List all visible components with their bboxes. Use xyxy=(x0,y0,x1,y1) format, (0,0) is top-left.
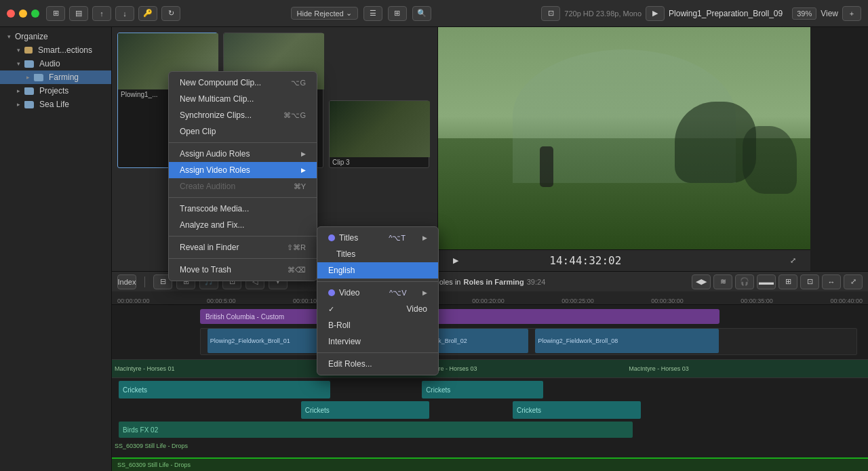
top-bar-left-icons: ⊞ ▤ ↑ ↓ 🔑 ↻ xyxy=(46,6,180,21)
assign-audio-roles-label: Assign Audio Roles xyxy=(180,149,250,159)
sidebar: ▾ Organize ▾ Smart...ections ▾ Audio ▸ F… xyxy=(0,27,112,471)
submenu-titles-parent[interactable]: Titles ^⌥T xyxy=(317,230,438,246)
download-icon[interactable]: ↓ xyxy=(115,6,134,21)
sidebar-item-label: Smart...ections xyxy=(38,45,92,55)
menu-new-compound-clip[interactable]: New Compound Clip... ⌥G xyxy=(169,75,317,91)
menu-analyze-fix[interactable]: Analyze and Fix... xyxy=(169,217,317,233)
library-icon[interactable]: ⊞ xyxy=(46,6,65,21)
sidebar-item-smart-collections[interactable]: ▾ Smart...ections xyxy=(0,43,111,57)
track-label: British Columbia - Custom xyxy=(205,313,284,321)
folder-icon xyxy=(24,60,34,68)
track-broll-3[interactable]: Plowing2_Fieldwork_Broll_08 xyxy=(535,329,719,353)
separator-1 xyxy=(169,142,317,143)
track-crickets-2[interactable]: Crickets xyxy=(422,381,542,398)
grid-view-icon[interactable]: ⊞ xyxy=(388,6,407,21)
monitor-icon[interactable]: ⊡ xyxy=(541,6,560,21)
sidebar-item-organize[interactable]: ▾ Organize xyxy=(0,30,111,43)
share-icon[interactable]: ↑ xyxy=(92,6,111,21)
timeline-icon-4[interactable]: ▬▬ xyxy=(757,274,776,289)
timecode: 14:44:32:02 xyxy=(549,254,621,267)
hide-rejected-btn[interactable]: Hide Rejected ⌄ xyxy=(291,7,358,20)
drops-label: SS_60309 Still Life - Drops xyxy=(112,441,191,451)
fullscreen-preview-icon[interactable]: ⤢ xyxy=(783,253,802,268)
timeline-icon-1[interactable]: ◀▶ xyxy=(692,274,711,289)
track-british-columbia[interactable]: British Columbia - Custom xyxy=(200,309,857,324)
submenu-video-checked[interactable]: Video xyxy=(317,301,438,317)
add-panel-icon[interactable]: + xyxy=(842,6,861,21)
folder-icon xyxy=(24,87,34,95)
traffic-lights xyxy=(7,9,39,18)
clip-image-3 xyxy=(330,101,430,157)
sidebar-item-projects[interactable]: ▸ Projects xyxy=(0,84,111,98)
sidebar-item-farming[interactable]: ▸ Farming xyxy=(0,70,111,84)
sidebar-item-label: Organize xyxy=(15,32,48,41)
submenu-interview[interactable]: Interview xyxy=(317,333,438,350)
folder-icon xyxy=(34,74,43,81)
menu-assign-audio-roles[interactable]: Assign Audio Roles xyxy=(169,146,317,162)
sidebar-item-audio[interactable]: ▾ Audio xyxy=(0,57,111,70)
timeline-icon-5[interactable]: ⊞ xyxy=(778,274,797,289)
menu-assign-video-roles[interactable]: Assign Video Roles Titles ^⌥T Titles Eng… xyxy=(169,162,317,178)
track-birds-fx[interactable]: Birds FX 02 xyxy=(119,422,633,438)
clip-appearance-icon[interactable]: ▤ xyxy=(69,6,88,21)
timeline-icon-7[interactable]: ↔ xyxy=(822,274,841,289)
sidebar-section-organize: ▾ Organize ▾ Smart...ections ▾ Audio ▸ F… xyxy=(0,27,111,114)
sync-icon[interactable]: ↻ xyxy=(161,6,180,21)
video-format: 720p HD 23.98p, Mono xyxy=(564,9,642,18)
drops-track-bar[interactable]: SS_60309 Still Life - Drops xyxy=(112,457,868,471)
submenu-b-roll[interactable]: B-Roll xyxy=(317,317,438,333)
sidebar-item-label: Farming xyxy=(49,73,79,82)
clip-name: Plowing1_Preparation_Broll_09 xyxy=(669,9,783,18)
list-view-icon[interactable]: ☰ xyxy=(363,6,382,21)
fullscreen-button[interactable] xyxy=(31,9,39,18)
sidebar-item-sea-life[interactable]: ▸ Sea Life xyxy=(0,98,111,111)
timeline-icon-6[interactable]: ⊡ xyxy=(800,274,819,289)
track-crickets-4[interactable]: Crickets xyxy=(513,401,642,419)
format-icon[interactable]: ▶ xyxy=(646,6,665,21)
titles-color-dot xyxy=(328,234,335,241)
top-bar-center: Hide Rejected ⌄ ☰ ⊞ 🔍 xyxy=(180,6,541,21)
disclosure-arrow: ▸ xyxy=(15,87,22,94)
timeline-icon-3[interactable]: 🎧 xyxy=(735,274,754,289)
zoom-level[interactable]: 39% xyxy=(792,7,816,20)
submenu-english[interactable]: English xyxy=(317,262,438,279)
preview-scene xyxy=(438,27,810,249)
track-horses-3[interactable]: MacIntyre - Horses 03 xyxy=(626,360,845,377)
timeline-content: British Columbia - Custom Plowing2_Field… xyxy=(112,305,868,471)
timeline-collection-name: Roles in Farming xyxy=(463,278,524,286)
view-menu[interactable]: View xyxy=(821,9,838,18)
menu-transcode-media[interactable]: Transcode Media... xyxy=(169,201,317,217)
crickets-row-1: Crickets Crickets xyxy=(112,381,868,398)
clip-thumb-3[interactable]: Clip 3 xyxy=(329,100,429,168)
drops-bar-label: SS_60309 Still Life - Drops xyxy=(112,462,196,468)
context-menu: New Compound Clip... ⌥G New Multicam Cli… xyxy=(168,71,317,281)
crickets-label-1: Crickets xyxy=(123,386,147,394)
submenu-sep-1 xyxy=(317,281,438,282)
minimize-button[interactable] xyxy=(19,9,27,18)
track-crickets-1[interactable]: Crickets xyxy=(119,381,330,398)
menu-move-to-trash[interactable]: Move to Trash ⌘⌫ xyxy=(169,262,317,278)
search-icon[interactable]: 🔍 xyxy=(412,6,431,21)
disclosure-arrow: ▾ xyxy=(15,60,22,67)
top-bar-right: ⊡ 720p HD 23.98p, Mono ▶ Plowing1_Prepar… xyxy=(541,6,861,21)
menu-synchronize-clips[interactable]: Synchronize Clips... ⌘⌥G xyxy=(169,107,317,123)
timeline-icon-8[interactable]: ⤢ xyxy=(844,274,863,289)
track-crickets-3[interactable]: Crickets xyxy=(301,401,430,419)
menu-reveal-in-finder[interactable]: Reveal in Finder ⇧⌘R xyxy=(169,239,317,255)
timeline-icon-2[interactable]: ≋ xyxy=(713,274,732,289)
play-icon[interactable]: ▶ xyxy=(446,253,465,268)
close-button[interactable] xyxy=(7,9,15,18)
track-horses-2[interactable]: MacIntyre - Horses 03 xyxy=(414,360,626,377)
submenu-video-parent[interactable]: Video ^⌥V xyxy=(317,285,438,301)
submenu-edit-roles[interactable]: Edit Roles... xyxy=(317,356,438,372)
menu-new-multicam-clip[interactable]: New Multicam Clip... xyxy=(169,91,317,107)
timeline-ruler: 00:00:00:00 00:00:5:00 00:00:10:00 00:00… xyxy=(112,291,868,305)
crickets-label-2: Crickets xyxy=(426,386,450,394)
menu-create-audition[interactable]: Create Audition ⌘Y xyxy=(169,178,317,194)
top-bar: ⊞ ▤ ↑ ↓ 🔑 ↻ Hide Rejected ⌄ ☰ ⊞ 🔍 ⊡ 720p… xyxy=(0,0,868,27)
submenu-titles-child[interactable]: Titles xyxy=(317,246,438,262)
index-btn[interactable]: Index xyxy=(117,274,136,289)
key-icon[interactable]: 🔑 xyxy=(138,6,157,21)
ruler-marks: 00:00:00:00 00:00:5:00 00:00:10:00 00:00… xyxy=(117,298,863,304)
menu-open-clip[interactable]: Open Clip xyxy=(169,123,317,140)
